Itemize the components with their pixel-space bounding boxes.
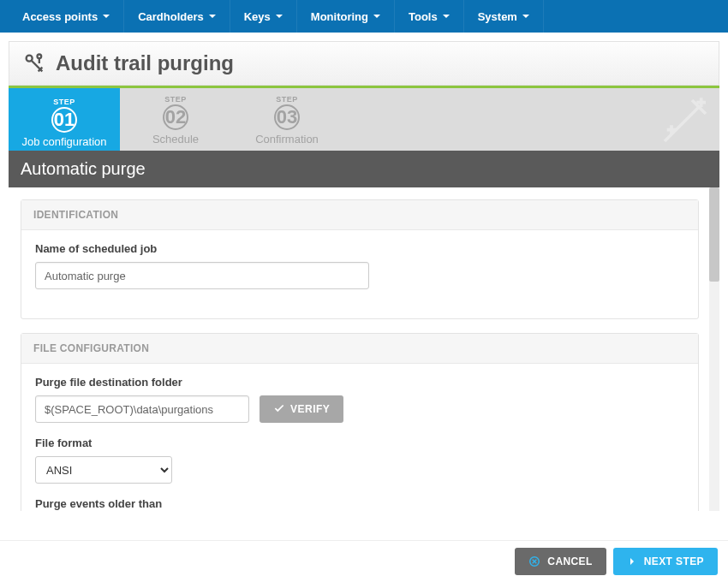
folder-input[interactable] — [35, 395, 249, 423]
step-label: STEP — [9, 98, 120, 106]
next-label: NEXT STEP — [644, 555, 704, 567]
cancel-label: CANCEL — [547, 555, 592, 567]
step-title: Job configuration — [9, 135, 120, 148]
check-icon — [273, 402, 285, 417]
nav-label: Cardholders — [138, 10, 204, 23]
format-label: File format — [35, 436, 684, 449]
step-title: Confirmation — [231, 133, 343, 146]
nav-label: Tools — [409, 10, 438, 23]
wand-icon — [658, 93, 713, 151]
step-label: STEP — [231, 95, 343, 104]
nav-label: Keys — [244, 10, 271, 23]
verify-label: VERIFY — [290, 403, 330, 415]
nav-tools[interactable]: Tools — [395, 0, 464, 33]
step-number: 02 — [163, 104, 188, 130]
nav-system[interactable]: System — [464, 0, 544, 33]
step-schedule[interactable]: STEP 02 Schedule — [120, 88, 231, 151]
step-confirmation[interactable]: STEP 03 Confirmation — [231, 88, 343, 151]
job-name-label: Name of scheduled job — [35, 242, 684, 255]
footer-actions: CANCEL NEXT STEP — [0, 540, 728, 582]
page-titlebar: Audit trail purging — [9, 41, 719, 86]
chevron-down-icon — [443, 15, 450, 19]
chevron-down-icon — [373, 15, 380, 19]
chevron-down-icon — [103, 15, 110, 19]
wizard-steps: STEP 01 Job configuration STEP 02 Schedu… — [9, 86, 719, 151]
chevron-down-icon — [276, 15, 283, 19]
nav-keys[interactable]: Keys — [230, 0, 297, 33]
cancel-button[interactable]: CANCEL — [515, 548, 606, 575]
chevron-down-icon — [209, 15, 216, 19]
scrollbar-thumb[interactable] — [709, 187, 719, 282]
format-select[interactable]: ANSI — [35, 456, 172, 484]
file-config-panel: FILE CONFIGURATION Purge file destinatio… — [21, 333, 699, 511]
step-number: 01 — [51, 107, 77, 133]
next-step-button[interactable]: NEXT STEP — [613, 548, 718, 575]
chevron-down-icon — [522, 15, 529, 19]
nav-label: System — [478, 10, 517, 23]
cancel-icon — [528, 555, 540, 567]
step-number: 03 — [274, 104, 300, 130]
nav-cardholders[interactable]: Cardholders — [124, 0, 230, 33]
identification-panel: IDENTIFICATION Name of scheduled job — [21, 199, 699, 319]
older-than-label: Purge events older than — [35, 497, 684, 510]
page-title: Audit trail purging — [56, 51, 234, 75]
step-title: Schedule — [120, 133, 231, 146]
panel-header: IDENTIFICATION — [21, 200, 698, 230]
top-nav: Access points Cardholders Keys Monitorin… — [0, 0, 728, 33]
key-tool-icon — [21, 50, 47, 76]
nav-label: Access points — [22, 10, 98, 23]
folder-label: Purge file destination folder — [35, 376, 684, 389]
section-header: Automatic purge — [9, 151, 719, 187]
verify-button[interactable]: VERIFY — [260, 395, 343, 423]
step-job-configuration[interactable]: STEP 01 Job configuration — [9, 86, 120, 151]
job-name-input[interactable] — [35, 262, 369, 289]
panel-header: FILE CONFIGURATION — [21, 334, 698, 364]
nav-access-points[interactable]: Access points — [9, 0, 124, 33]
chevron-right-icon — [627, 556, 637, 567]
svg-point-1 — [38, 55, 42, 59]
step-label: STEP — [120, 95, 231, 104]
scrollbar[interactable] — [709, 187, 719, 511]
nav-monitoring[interactable]: Monitoring — [297, 0, 395, 33]
content-scroll: IDENTIFICATION Name of scheduled job FIL… — [9, 187, 719, 511]
nav-label: Monitoring — [311, 10, 368, 23]
